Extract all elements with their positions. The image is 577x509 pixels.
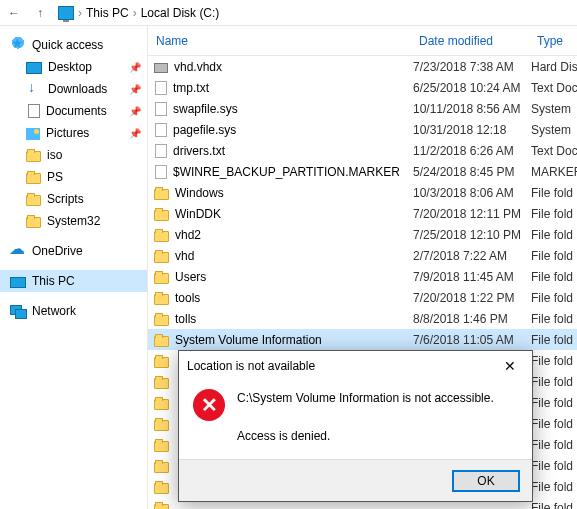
file-name: $WINRE_BACKUP_PARTITION.MARKER: [173, 165, 400, 179]
file-type: File fold: [531, 501, 577, 510]
breadcrumb[interactable]: › This PC › Local Disk (C:): [56, 6, 221, 20]
desktop-icon: [26, 62, 42, 74]
folder-icon: [26, 151, 41, 162]
file-row[interactable]: vhd.vhdx7/23/2018 7:38 AMHard Dis: [148, 56, 577, 77]
file-row[interactable]: $WINRE_BACKUP_PARTITION.MARKER5/24/2018 …: [148, 161, 577, 182]
file-row[interactable]: tmp.txt6/25/2018 10:24 AMText Doc: [148, 77, 577, 98]
close-button[interactable]: ✕: [496, 355, 524, 377]
folder-icon: [154, 420, 169, 431]
file-row[interactable]: swapfile.sys10/11/2018 8:56 AMSystem: [148, 98, 577, 119]
file-name: tools: [175, 291, 200, 305]
file-date: 7/20/2018 12:11 PM: [413, 207, 531, 221]
file-date: 7/6/2018 11:05 AM: [413, 333, 531, 347]
file-row[interactable]: System Volume Information7/6/2018 11:05 …: [148, 329, 577, 350]
chevron-right-icon: ›: [133, 6, 137, 20]
folder-icon: [154, 252, 169, 263]
pc-icon: [58, 6, 74, 20]
file-type: File fold: [531, 417, 577, 431]
file-type: File fold: [531, 207, 577, 221]
file-type: Text Doc: [531, 81, 577, 95]
file-row[interactable]: WinDDK7/20/2018 12:11 PMFile fold: [148, 203, 577, 224]
nav-ps[interactable]: PS: [0, 166, 147, 188]
document-icon: [28, 104, 40, 118]
file-row[interactable]: tolls8/8/2018 1:46 PMFile fold: [148, 308, 577, 329]
folder-icon: [154, 378, 169, 389]
nav-system32[interactable]: System32: [0, 210, 147, 232]
file-date: 7/23/2018 7:38 AM: [413, 60, 531, 74]
breadcrumb-local-disk[interactable]: Local Disk (C:): [141, 6, 220, 20]
file-date: 6/25/2018 10:24 AM: [413, 81, 531, 95]
file-type: MARKER: [531, 165, 577, 179]
file-row[interactable]: tools7/20/2018 1:22 PMFile fold: [148, 287, 577, 308]
file-icon: [155, 102, 167, 116]
nav-onedrive[interactable]: OneDrive: [0, 240, 147, 262]
ok-button[interactable]: OK: [452, 470, 520, 492]
file-name: System Volume Information: [175, 333, 322, 347]
folder-icon: [154, 462, 169, 473]
pin-icon: 📌: [129, 106, 141, 117]
folder-icon: [26, 173, 41, 184]
col-header-name[interactable]: Name: [148, 34, 413, 48]
file-type: File fold: [531, 459, 577, 473]
file-row[interactable]: vhd27/25/2018 12:10 PMFile fold: [148, 224, 577, 245]
file-icon: [155, 123, 167, 137]
pin-icon: 📌: [129, 84, 141, 95]
file-type: Text Doc: [531, 144, 577, 158]
col-header-type[interactable]: Type: [531, 34, 577, 48]
file-date: 11/2/2018 6:26 AM: [413, 144, 531, 158]
nav-up-icon[interactable]: ↑: [30, 3, 50, 23]
folder-icon: [154, 273, 169, 284]
nav-documents[interactable]: Documents📌: [0, 100, 147, 122]
nav-pictures[interactable]: Pictures📌: [0, 122, 147, 144]
nav-network[interactable]: Network: [0, 300, 147, 322]
file-date: 7/25/2018 12:10 PM: [413, 228, 531, 242]
file-row[interactable]: pagefile.sys10/31/2018 12:18System: [148, 119, 577, 140]
file-name: tolls: [175, 312, 196, 326]
file-row[interactable]: drivers.txt11/2/2018 6:26 AMText Doc: [148, 140, 577, 161]
file-type: File fold: [531, 375, 577, 389]
folder-icon: [154, 504, 169, 510]
error-icon: ✕: [193, 389, 225, 421]
file-name: vhd: [175, 249, 194, 263]
nav-iso[interactable]: iso: [0, 144, 147, 166]
folder-icon: [154, 210, 169, 221]
file-type: File fold: [531, 396, 577, 410]
file-type: File fold: [531, 333, 577, 347]
nav-downloads[interactable]: Downloads📌: [0, 78, 147, 100]
file-type: System: [531, 102, 577, 116]
file-icon: [155, 165, 167, 179]
nav-this-pc[interactable]: This PC: [0, 270, 147, 292]
navigation-pane: Quick access Desktop📌 Downloads📌 Documen…: [0, 26, 148, 509]
breadcrumb-this-pc[interactable]: This PC: [86, 6, 129, 20]
pin-icon: 📌: [129, 62, 141, 73]
file-row[interactable]: vhd2/7/2018 7:22 AMFile fold: [148, 245, 577, 266]
nav-quick-access[interactable]: Quick access: [0, 34, 147, 56]
file-type: File fold: [531, 291, 577, 305]
dialog-titlebar: Location is not available ✕: [179, 351, 532, 381]
folder-icon: [154, 189, 169, 200]
file-type: File fold: [531, 270, 577, 284]
file-name: vhd2: [175, 228, 201, 242]
file-name: drivers.txt: [173, 144, 225, 158]
file-name: Users: [175, 270, 206, 284]
network-icon: [10, 303, 26, 319]
col-header-date[interactable]: Date modified: [413, 34, 531, 48]
pin-icon: 📌: [129, 128, 141, 139]
file-row[interactable]: Users7/9/2018 11:45 AMFile fold: [148, 266, 577, 287]
nav-desktop[interactable]: Desktop📌: [0, 56, 147, 78]
nav-scripts[interactable]: Scripts: [0, 188, 147, 210]
star-icon: [10, 37, 26, 53]
file-row[interactable]: Windows10/3/2018 8:06 AMFile fold: [148, 182, 577, 203]
file-type: File fold: [531, 228, 577, 242]
address-toolbar: ← ↑ › This PC › Local Disk (C:): [0, 0, 577, 26]
file-date: 2/7/2018 7:22 AM: [413, 249, 531, 263]
nav-back-icon[interactable]: ←: [4, 3, 24, 23]
file-name: tmp.txt: [173, 81, 209, 95]
folder-icon: [154, 315, 169, 326]
folder-icon: [154, 483, 169, 494]
folder-icon: [154, 336, 169, 347]
file-date: 10/3/2018 8:06 AM: [413, 186, 531, 200]
disk-icon: [154, 63, 168, 73]
folder-icon: [26, 195, 41, 206]
chevron-right-icon: ›: [78, 6, 82, 20]
